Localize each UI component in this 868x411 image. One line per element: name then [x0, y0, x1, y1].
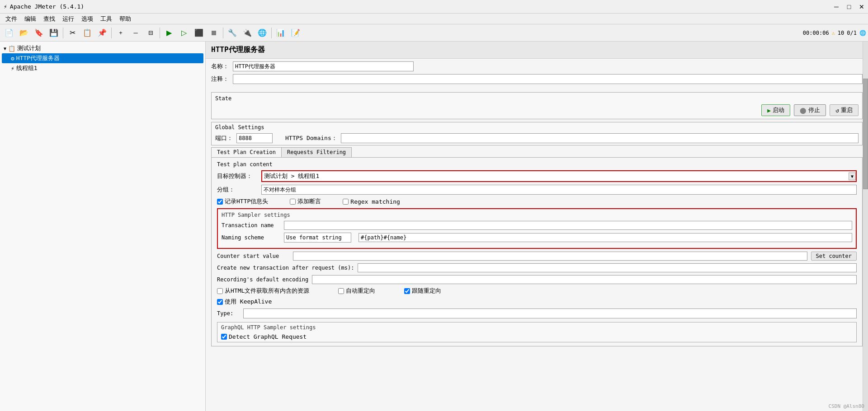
detect-graphql-label[interactable]: Detect GraphQL Request [221, 333, 853, 340]
comment-input[interactable] [233, 74, 863, 84]
naming-format-input[interactable] [359, 233, 852, 242]
start-button[interactable]: ▶ 启动 [761, 104, 790, 116]
counter-start-input[interactable] [293, 252, 807, 261]
restart-button[interactable]: ↺ 重启 [830, 104, 859, 116]
html-resources-label[interactable]: 从HTML文件获取所有内含的资源 [217, 287, 309, 295]
test-plan-label: 测试计划 [17, 44, 41, 52]
sidebar-item-thread-group[interactable]: ⚡ 线程组1 [2, 63, 203, 73]
create-transaction-input[interactable] [358, 263, 857, 272]
menu-find[interactable]: 查找 [40, 14, 59, 24]
stop-button[interactable]: ⬤ 停止 [794, 104, 826, 116]
sidebar-item-test-plan[interactable]: ▼ 📋 测试计划 [2, 43, 203, 53]
transaction-name-input[interactable] [284, 221, 852, 230]
https-input[interactable] [341, 133, 859, 143]
https-label: HTTPS Domains： [285, 134, 337, 142]
toolbar-stop[interactable]: ⬛ [192, 26, 206, 40]
content-title: HTTP代理服务器 [206, 42, 868, 59]
name-label: 名称： [211, 62, 229, 70]
menu-file[interactable]: 文件 [2, 14, 21, 24]
toolbar-sep-2 [111, 28, 112, 38]
toolbar-tools2[interactable]: 🔧 [225, 26, 240, 40]
create-transaction-row: Create new transaction after request (ms… [217, 263, 857, 272]
target-dropdown-arrow[interactable]: ▼ [849, 173, 856, 180]
toolbar-paste[interactable]: 📌 [95, 26, 109, 40]
html-resources-checkbox[interactable] [217, 288, 223, 294]
naming-scheme-select[interactable]: Use format string [284, 233, 351, 243]
toolbar-expand[interactable]: + [113, 26, 128, 40]
follow-redirect-label[interactable]: 跟随重定向 [404, 287, 441, 295]
toolbar: 📄 📂 🔖 💾 ✂ 📋 📌 + ─ ⊟ ▶ ▷ ⬛ ⏹ 🔧 🔌 🌐 📊 📝 00… [0, 24, 868, 42]
toolbar-open[interactable]: 📂 [17, 26, 31, 40]
toolbar-status: 00:00:06 ⚠ 10 0/1 🌐 [803, 30, 866, 36]
toolbar-table[interactable]: 📊 [274, 26, 288, 40]
counter-start-label: Counter start value [217, 253, 289, 259]
grouping-select[interactable]: 不对样本分组 [261, 185, 857, 195]
scrollbar-thumb[interactable] [863, 79, 868, 189]
content-area: HTTP代理服务器 名称： 注释： State ▶ 启动 ⬤ [206, 42, 868, 411]
target-dropdown-wrapper: 测试计划 > 线程组1 ▼ [261, 170, 857, 182]
scrollbar-vertical[interactable] [863, 42, 868, 411]
http-proxy-icon: ⚙ [11, 55, 14, 62]
toolbar-save[interactable]: 💾 [47, 26, 61, 40]
status-fraction: 0/1 [847, 30, 857, 36]
state-legend: State [215, 95, 859, 102]
toolbar-save-template[interactable]: 🔖 [32, 26, 46, 40]
toolbar-remote2[interactable]: 🌐 [255, 26, 269, 40]
toolbar-collapse[interactable]: ─ [128, 26, 143, 40]
record-http-checkbox-label[interactable]: 记录HTTP信息头 [217, 197, 268, 206]
title-bar-controls: ─ □ ✕ [830, 0, 868, 14]
toolbar-run-from[interactable]: ▷ [177, 26, 191, 40]
toolbar-copy[interactable]: 📋 [80, 26, 94, 40]
toolbar-log[interactable]: 📝 [288, 26, 303, 40]
stop-label: 停止 [808, 106, 820, 114]
toolbar-sep-3 [160, 28, 160, 38]
minimize-button[interactable]: ─ [830, 2, 843, 12]
redirect-checkbox[interactable] [338, 288, 344, 294]
close-button[interactable]: ✕ [855, 2, 868, 12]
regex-checkbox-label[interactable]: Regex matching [343, 198, 400, 205]
global-settings-legend: Global Settings [215, 124, 859, 131]
toolbar-cut[interactable]: ✂ [65, 26, 80, 40]
type-select-wrapper [243, 308, 857, 318]
name-input[interactable] [233, 61, 414, 71]
toolbar-new[interactable]: 📄 [2, 26, 16, 40]
test-plan-icon: 📋 [8, 45, 15, 52]
restart-label: 重启 [841, 106, 853, 114]
keepalive-label[interactable]: 使用 KeepAlive [217, 298, 272, 306]
redirect-label[interactable]: 自动重定向 [338, 287, 375, 295]
sidebar-item-http-proxy[interactable]: ⚙ HTTP代理服务器 [2, 53, 203, 63]
follow-redirect-checkbox[interactable] [404, 288, 410, 294]
menu-tools[interactable]: 工具 [97, 14, 116, 24]
add-assertion-checkbox[interactable] [290, 199, 296, 205]
menu-run[interactable]: 运行 [59, 14, 78, 24]
record-http-checkbox[interactable] [217, 199, 223, 205]
port-input[interactable] [236, 133, 273, 143]
menu-edit[interactable]: 编辑 [21, 14, 40, 24]
menu-options[interactable]: 选项 [78, 14, 97, 24]
toolbar-shutdown[interactable]: ⏹ [207, 26, 221, 40]
menu-bar: 文件 编辑 查找 运行 选项 工具 帮助 [0, 14, 868, 24]
naming-scheme-row: Naming scheme Use format string [222, 233, 852, 243]
tab-test-plan-creation[interactable]: Test Plan Creation [211, 147, 282, 157]
maximize-button[interactable]: □ [843, 2, 855, 12]
detect-graphql-checkbox[interactable] [221, 334, 227, 340]
start-label: 启动 [773, 106, 784, 114]
menu-help[interactable]: 帮助 [116, 14, 135, 24]
keepalive-checkbox[interactable] [217, 299, 223, 305]
target-dropdown-border: 测试计划 > 线程组1 ▼ [261, 170, 857, 182]
transaction-name-label: Transaction name [222, 222, 280, 229]
target-controller-row: 目标控制器： 测试计划 > 线程组1 ▼ [217, 170, 857, 182]
type-select[interactable] [243, 308, 857, 318]
comment-label: 注释： [211, 75, 229, 83]
regex-checkbox[interactable] [343, 199, 349, 205]
set-counter-button[interactable]: Set counter [811, 252, 857, 261]
grouping-select-wrapper: 不对样本分组 [261, 185, 857, 195]
title-bar: ⚡ Apache JMeter (5.4.1) ─ □ ✕ [0, 0, 868, 14]
toolbar-toggle[interactable]: ⊟ [143, 26, 158, 40]
tab-requests-filtering[interactable]: Requests Filtering [281, 147, 352, 157]
toolbar-remote1[interactable]: 🔌 [240, 26, 255, 40]
toolbar-run[interactable]: ▶ [162, 26, 176, 40]
encoding-input[interactable] [312, 275, 857, 284]
transaction-name-row: Transaction name [222, 221, 852, 230]
add-assertion-checkbox-label[interactable]: 添加断言 [290, 197, 321, 206]
